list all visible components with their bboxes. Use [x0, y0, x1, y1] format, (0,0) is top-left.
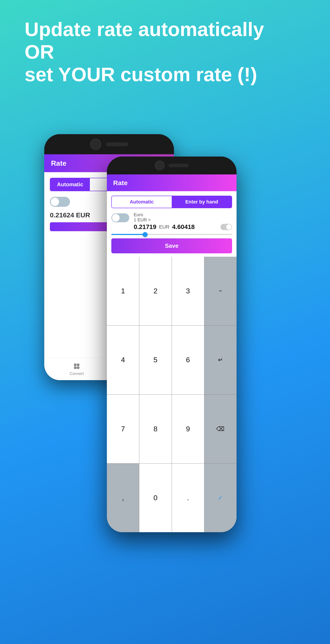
toggle-back-thumb: [51, 198, 59, 206]
svg-rect-2: [74, 366, 76, 369]
toggle-front[interactable]: [111, 213, 129, 222]
eur-equals: 1 EUR =: [134, 217, 232, 222]
key-1[interactable]: 1: [107, 257, 139, 325]
tab-enter-back[interactable]: [90, 178, 103, 191]
nav-convert-back[interactable]: Convert: [44, 358, 109, 380]
svg-rect-0: [74, 364, 76, 366]
phone-back-title: Rate: [51, 159, 66, 168]
toggle-small-thumb: [226, 224, 232, 230]
slider-track[interactable]: [111, 234, 232, 235]
toggle-small[interactable]: [220, 224, 232, 230]
key-9[interactable]: 9: [172, 395, 204, 463]
hero-line1: Update rate automatically: [24, 18, 306, 40]
rate-currency: EUR: [159, 224, 169, 230]
convert-icon-back: [73, 362, 81, 370]
front-speaker: [168, 164, 189, 167]
slider-fill: [111, 234, 145, 235]
tab-automatic-back[interactable]: Automatic: [50, 178, 90, 191]
phones-container: Rate Automatic 0.21624 EUR: [31, 134, 299, 582]
rate-converted: 4.60418: [172, 224, 195, 230]
save-btn-front[interactable]: Save: [111, 238, 232, 253]
slider-row: [107, 233, 236, 238]
toggle-front-thumb: [112, 214, 120, 222]
key-0[interactable]: 0: [139, 464, 172, 532]
toggle-back[interactable]: [50, 197, 70, 207]
key-confirm[interactable]: ✓: [204, 464, 236, 532]
key-comma[interactable]: ,: [107, 464, 139, 532]
tab-bar-front: Automatic Enter by hand: [111, 196, 232, 208]
key-7[interactable]: 7: [107, 395, 139, 463]
key-8[interactable]: 8: [139, 395, 172, 463]
rate-number: 0.21719: [134, 224, 156, 230]
back-speaker: [106, 142, 128, 146]
svg-rect-1: [77, 364, 79, 366]
phone-back-notch: [44, 134, 174, 154]
tab-enter-by-hand-front[interactable]: Enter by hand: [172, 196, 232, 208]
key-dot[interactable]: .: [172, 464, 204, 532]
key-4[interactable]: 4: [107, 326, 139, 394]
phone-front-header: Rate: [107, 174, 236, 191]
back-camera-icon: [90, 139, 101, 150]
currency-label: Euro: [134, 212, 232, 217]
key-5[interactable]: 5: [139, 326, 172, 394]
key-enter[interactable]: ↵: [204, 326, 236, 394]
tab-automatic-front[interactable]: Automatic: [112, 196, 172, 208]
front-camera-icon: [155, 160, 164, 170]
key-minus[interactable]: −: [204, 257, 236, 325]
rate-row: 0.21719 EUR 4.60418: [134, 224, 232, 230]
rate-right: Euro 1 EUR = 0.21719 EUR 4.60418: [134, 212, 232, 230]
svg-rect-3: [77, 366, 79, 369]
slider-thumb[interactable]: [143, 232, 148, 237]
key-2[interactable]: 2: [139, 257, 172, 325]
rate-info-section: Euro 1 EUR = 0.21719 EUR 4.60418: [107, 208, 236, 233]
hero-line2: OR: [24, 40, 306, 63]
keyboard: 1 2 3 − 4 5 6 ↵ 7 8 9 ⌫ , 0 . ✓: [107, 257, 236, 532]
phone-front-title: Rate: [113, 179, 128, 187]
phone-front: Rate Automatic Enter by hand Euro 1 EUR …: [107, 156, 236, 532]
phone-front-screen: Rate Automatic Enter by hand Euro 1 EUR …: [107, 174, 236, 532]
key-6[interactable]: 6: [172, 326, 204, 394]
phone-front-app-area: Automatic Enter by hand Euro 1 EUR = 0.2…: [107, 191, 236, 257]
hero-line3: set YOUR custom rate (!): [24, 63, 306, 86]
nav-convert-label-back: Convert: [70, 372, 84, 376]
key-backspace[interactable]: ⌫: [204, 395, 236, 463]
phone-front-notch: [107, 156, 236, 174]
hero-text: Update rate automatically OR set YOUR cu…: [24, 18, 306, 86]
key-3[interactable]: 3: [172, 257, 204, 325]
